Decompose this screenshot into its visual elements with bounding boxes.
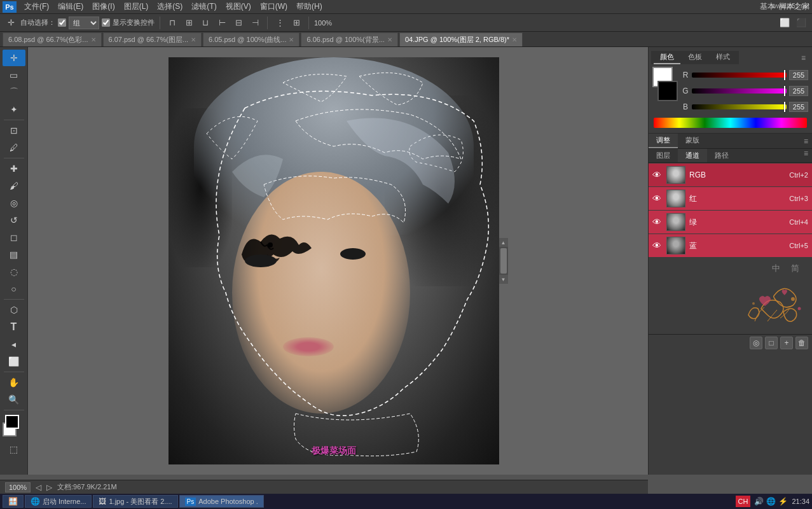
tray-icon-3[interactable]: ⚡ bbox=[778, 497, 788, 506]
tab-close-2[interactable]: ✕ bbox=[289, 36, 294, 43]
r-value[interactable] bbox=[789, 70, 808, 80]
save-selection-btn[interactable]: □ bbox=[765, 337, 778, 349]
tab-close-4[interactable]: ✕ bbox=[512, 36, 517, 43]
taskbar-btn-imageviewer[interactable]: 🖼 1.jpg - 美图看看 2.... bbox=[93, 495, 177, 508]
status-nav-next[interactable]: ▷ bbox=[46, 483, 52, 492]
marquee-tool[interactable]: ▭ bbox=[3, 67, 25, 83]
auto-select-dropdown[interactable]: 组 图层 bbox=[69, 17, 99, 29]
align-right-icon[interactable]: ⊣ bbox=[248, 16, 262, 30]
hand-tool[interactable]: ✋ bbox=[3, 374, 25, 391]
menu-edit[interactable]: 编辑(E) bbox=[54, 1, 87, 13]
scroll-down-arrow[interactable]: ▼ bbox=[499, 275, 508, 284]
path-selection-tool[interactable]: ◂ bbox=[3, 336, 25, 352]
blur-tool[interactable]: ◌ bbox=[3, 263, 25, 280]
menu-filter[interactable]: 滤镜(T) bbox=[188, 1, 220, 13]
scroll-thumb-v[interactable] bbox=[500, 248, 507, 274]
foreground-color[interactable] bbox=[5, 415, 19, 429]
channel-row-blue[interactable]: 👁 蓝 Ctrl+5 bbox=[649, 234, 812, 257]
channels-menu[interactable]: ≡ bbox=[804, 149, 812, 162]
healing-brush-tool[interactable]: ✚ bbox=[3, 160, 25, 177]
gradient-tool[interactable]: ▤ bbox=[3, 246, 25, 263]
tab-paths[interactable]: 路径 bbox=[707, 149, 736, 162]
color-picker[interactable] bbox=[3, 415, 25, 438]
color-panel-menu[interactable]: ≡ bbox=[801, 53, 809, 62]
dodge-tool[interactable]: ○ bbox=[3, 281, 25, 297]
auto-select-checkbox[interactable] bbox=[58, 18, 66, 27]
g-value[interactable] bbox=[789, 86, 808, 96]
tab-channels[interactable]: 通道 bbox=[678, 149, 707, 162]
tab-close-3[interactable]: ✕ bbox=[387, 36, 392, 43]
tab-styles[interactable]: 样式 bbox=[710, 51, 736, 64]
color-spectrum-bar[interactable] bbox=[654, 118, 807, 128]
menu-help[interactable]: 帮助(H) bbox=[292, 1, 326, 13]
align-left-icon[interactable]: ⊢ bbox=[215, 16, 229, 30]
tab-0[interactable]: 6.08.psd @ 66.7%(色彩... ✕ bbox=[3, 32, 102, 46]
show-transform-checkbox[interactable] bbox=[102, 18, 110, 27]
eraser-tool[interactable]: ◻ bbox=[3, 229, 25, 246]
distribute-icon[interactable]: ⋮ bbox=[273, 16, 287, 30]
tab-adjustments[interactable]: 调整 bbox=[649, 134, 678, 148]
canvas-scrollbar-vertical[interactable]: ▲ ▼ bbox=[499, 238, 508, 284]
align-top-icon[interactable]: ⊓ bbox=[165, 16, 179, 30]
b-slider[interactable] bbox=[692, 104, 787, 109]
arrange-icon[interactable]: ⬛ bbox=[794, 16, 808, 30]
tab-layers[interactable]: 图层 bbox=[649, 149, 678, 162]
bg-color-swatch[interactable] bbox=[657, 81, 678, 101]
clone-stamp-tool[interactable]: ◎ bbox=[3, 195, 25, 211]
channel-row-green[interactable]: 👁 绿 Ctrl+4 bbox=[649, 211, 812, 234]
scroll-up-arrow[interactable]: ▲ bbox=[499, 238, 508, 247]
zoom-input[interactable] bbox=[5, 482, 31, 492]
tab-masks[interactable]: 蒙版 bbox=[678, 134, 707, 148]
tab-swatches[interactable]: 色板 bbox=[682, 51, 708, 64]
brush-tool[interactable]: 🖌 bbox=[3, 178, 25, 194]
g-slider[interactable] bbox=[692, 88, 787, 94]
tab-close-1[interactable]: ✕ bbox=[191, 36, 196, 43]
align-bottom-icon[interactable]: ⊔ bbox=[198, 16, 212, 30]
move-tool[interactable]: ✛ bbox=[3, 50, 25, 66]
taskbar-btn-photoshop[interactable]: Ps Adobe Photoshop . bbox=[179, 495, 264, 508]
shape-tool[interactable]: ⬜ bbox=[3, 353, 25, 370]
new-channel-btn[interactable]: + bbox=[780, 337, 793, 349]
b-value[interactable] bbox=[789, 102, 808, 112]
channel-row-red[interactable]: 👁 红 Ctrl+3 bbox=[649, 187, 812, 210]
eyedropper-tool[interactable]: 🖊 bbox=[3, 139, 25, 156]
type-tool[interactable]: T bbox=[3, 319, 25, 335]
auto-align-icon[interactable]: ⊞ bbox=[289, 16, 303, 30]
move-tool-icon[interactable]: ✛ bbox=[4, 16, 18, 30]
tab-3[interactable]: 6.06.psd @ 100%(背景... ✕ bbox=[301, 32, 397, 46]
menu-layer[interactable]: 图层(L) bbox=[120, 1, 153, 13]
crop-tool[interactable]: ⊡ bbox=[3, 122, 25, 139]
align-hcenter-icon[interactable]: ⊟ bbox=[231, 16, 245, 30]
tray-icon-2[interactable]: 🌐 bbox=[766, 497, 776, 506]
taskbar-btn-internet[interactable]: 🌐 启动 Interne... bbox=[25, 495, 92, 508]
tab-4[interactable]: 04.JPG @ 100%(图层 2, RGB/8)* ✕ bbox=[399, 32, 523, 46]
screen-mode-icon[interactable]: ⬜ bbox=[778, 16, 792, 30]
eye-icon-blue[interactable]: 👁 bbox=[652, 241, 663, 251]
menu-view[interactable]: 视图(V) bbox=[222, 1, 255, 13]
menu-file[interactable]: 文件(F) bbox=[20, 1, 53, 13]
path-tool[interactable]: ⬡ bbox=[3, 302, 25, 318]
align-vcenter-icon[interactable]: ⊞ bbox=[182, 16, 196, 30]
lasso-tool[interactable]: ⌒ bbox=[3, 84, 25, 101]
tab-color[interactable]: 颜色 bbox=[654, 51, 680, 64]
eye-icon-red[interactable]: 👁 bbox=[652, 193, 663, 204]
menu-image[interactable]: 图像(I) bbox=[88, 1, 118, 13]
eye-icon-rgb[interactable]: 👁 bbox=[652, 170, 663, 180]
menu-select[interactable]: 选择(S) bbox=[153, 1, 186, 13]
r-slider[interactable] bbox=[692, 73, 787, 78]
canvas-image[interactable]: @keyframes dash { to { stroke-dashoffset… bbox=[169, 57, 499, 464]
adj-panel-menu[interactable]: ≡ bbox=[804, 137, 812, 146]
history-brush-tool[interactable]: ↺ bbox=[3, 212, 25, 228]
load-channel-btn[interactable]: ◎ bbox=[750, 337, 762, 349]
tab-2[interactable]: 6.05.psd @ 100%(曲线... ✕ bbox=[203, 32, 299, 46]
zoom-tool[interactable]: 🔍 bbox=[3, 391, 25, 408]
status-nav-prev[interactable]: ◁ bbox=[36, 483, 41, 492]
menu-window[interactable]: 窗口(W) bbox=[256, 1, 291, 13]
eye-icon-green[interactable]: 👁 bbox=[652, 217, 663, 227]
quick-mask-tool[interactable]: ⬚ bbox=[3, 441, 25, 457]
tab-1[interactable]: 6.07.psd @ 66.7%(图层... ✕ bbox=[103, 32, 202, 46]
channel-row-rgb[interactable]: 👁 RGB Ctrl+2 bbox=[649, 164, 812, 186]
tab-close-0[interactable]: ✕ bbox=[91, 36, 96, 43]
start-button[interactable]: 🪟 bbox=[3, 495, 24, 508]
delete-channel-btn[interactable]: 🗑 bbox=[795, 337, 808, 349]
